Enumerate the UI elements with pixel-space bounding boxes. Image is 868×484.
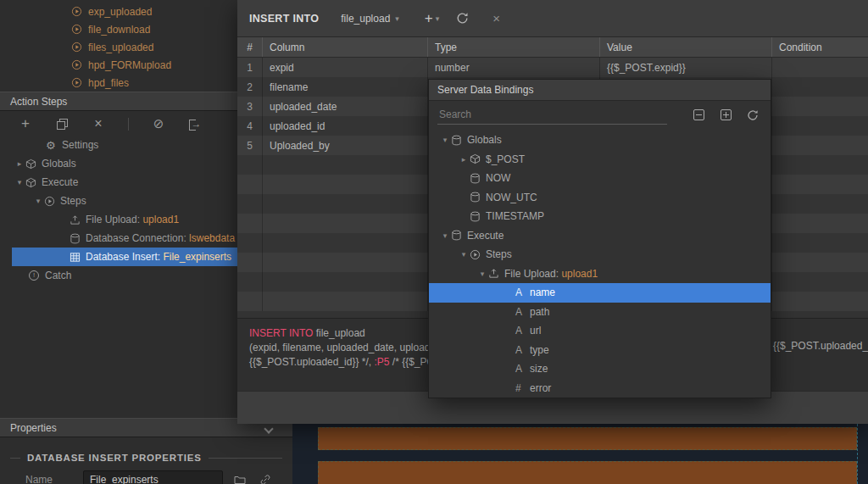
binding-label: TIMESTAMP (486, 210, 544, 222)
cell-column[interactable]: uploaded_id (263, 116, 428, 136)
sql-param: :P5 (374, 356, 389, 368)
chevron-down-icon[interactable] (476, 270, 488, 278)
cell-column[interactable]: filename (263, 77, 428, 97)
divider (10, 458, 20, 459)
row-number: 4 (237, 116, 263, 136)
collapse-all-button[interactable] (689, 106, 708, 125)
cell-value[interactable]: {{$_POST.expid}} (600, 58, 772, 77)
binding-label: url (530, 325, 541, 337)
step-label: File Upload: (86, 214, 142, 225)
upload-icon (488, 268, 504, 279)
copy-icon (57, 119, 68, 130)
binding-label: NOW (486, 172, 510, 184)
binding-file-upload[interactable]: File Upload: upload1 (429, 264, 771, 284)
catch-icon (29, 270, 45, 281)
row-number: 3 (237, 97, 263, 116)
add-column-button[interactable]: + (425, 12, 439, 25)
binding-field-type[interactable]: type (429, 341, 771, 360)
table-select[interactable]: file_upload (341, 13, 399, 25)
copy-step-button[interactable] (55, 116, 69, 131)
binding-execute[interactable]: Execute (429, 226, 771, 246)
play-circle-icon (470, 249, 486, 260)
binding-now[interactable]: NOW (429, 169, 771, 188)
disable-step-button[interactable] (152, 116, 165, 131)
cell-column[interactable]: Uploaded_by (263, 136, 428, 155)
link-icon[interactable] (257, 471, 274, 484)
column-header: Value (600, 37, 772, 57)
binding-globals[interactable]: Globals (429, 131, 771, 150)
binding-label: path (530, 306, 549, 318)
play-circle-icon (71, 24, 82, 35)
refresh-button[interactable] (743, 106, 762, 125)
section-title: DATABASE INSERT PROPERTIES (27, 453, 202, 463)
binding-post[interactable]: $_POST (429, 150, 771, 170)
square-plus-icon (721, 109, 732, 120)
play-circle-icon (71, 42, 82, 53)
add-step-button[interactable] (19, 116, 32, 131)
database-icon (451, 135, 467, 146)
popup-title: Server Data Bindings (437, 84, 533, 96)
cell-condition[interactable] (772, 97, 868, 116)
dialog-titlebar: INSERT INTO file_upload + (237, 0, 868, 37)
binding-label: type (530, 344, 549, 356)
database-icon (451, 230, 467, 241)
chevron-down-icon[interactable] (439, 231, 451, 240)
binding-field-error[interactable]: error (429, 379, 771, 398)
cell-condition[interactable] (772, 58, 868, 77)
canvas-table-row[interactable] (318, 461, 857, 484)
chevron-down-icon[interactable] (264, 424, 273, 433)
divider (209, 458, 282, 459)
chevron-right-icon[interactable] (14, 159, 25, 168)
delete-step-button[interactable] (92, 116, 105, 131)
string-type-icon (515, 344, 530, 356)
step-label: Catch (45, 270, 71, 281)
database-icon (70, 233, 86, 244)
chevron-down-icon[interactable] (14, 178, 25, 186)
folder-icon[interactable] (231, 471, 248, 484)
binding-timestamp[interactable]: TIMESTAMP (429, 207, 771, 226)
toolbar-divider (128, 118, 129, 131)
cell-condition[interactable] (772, 77, 868, 97)
sql-keyword: INSERT INTO (249, 327, 313, 339)
table-row[interactable]: 1 expid number {{$_POST.expid}} (237, 58, 868, 77)
binding-field-url[interactable]: url (429, 321, 771, 341)
binding-steps[interactable]: Steps (429, 245, 771, 264)
search-input[interactable] (437, 105, 667, 125)
binding-label: size (530, 363, 548, 375)
export-icon (189, 119, 202, 130)
canvas-table-row[interactable] (318, 427, 857, 450)
close-icon[interactable] (492, 11, 500, 25)
binding-field-path[interactable]: path (429, 303, 771, 322)
properties-title: Properties (10, 422, 57, 434)
refresh-button[interactable] (456, 12, 469, 25)
chevron-right-icon[interactable] (458, 155, 470, 164)
binding-field-size[interactable]: size (429, 359, 771, 379)
binding-now-utc[interactable]: NOW_UTC (429, 188, 771, 208)
step-value: upload1 (142, 214, 179, 225)
cell-condition[interactable] (772, 136, 868, 155)
name-input[interactable] (83, 470, 223, 484)
binding-field-name[interactable]: name (429, 283, 771, 303)
expand-all-button[interactable] (716, 106, 735, 125)
popup-search-row (429, 101, 771, 129)
binding-label: File Upload: (504, 268, 561, 280)
cell-type[interactable]: number (428, 58, 600, 77)
chevron-down-icon[interactable] (439, 136, 451, 144)
sql-text: {{$_POST.uploaded_id}} */, (249, 356, 374, 368)
chevron-down-icon[interactable] (458, 250, 470, 259)
binding-label: Globals (467, 134, 502, 146)
binding-label: NOW_UTC (486, 192, 537, 203)
chevron-down-icon[interactable] (32, 197, 44, 205)
export-button[interactable] (188, 116, 202, 131)
row-number: 2 (237, 77, 263, 97)
design-canvas (292, 424, 868, 484)
cell-column[interactable]: expid (263, 58, 428, 77)
database-icon (470, 173, 486, 184)
cell-condition[interactable] (772, 116, 868, 136)
step-label: Database Connection: (86, 232, 189, 244)
play-circle-icon (71, 77, 82, 88)
cell-column[interactable]: uploaded_date (263, 97, 428, 116)
number-type-icon (515, 382, 530, 394)
explorer-item-label: hpd_files (88, 77, 129, 89)
explorer-item-label: hpd_FORMupload (88, 59, 171, 71)
